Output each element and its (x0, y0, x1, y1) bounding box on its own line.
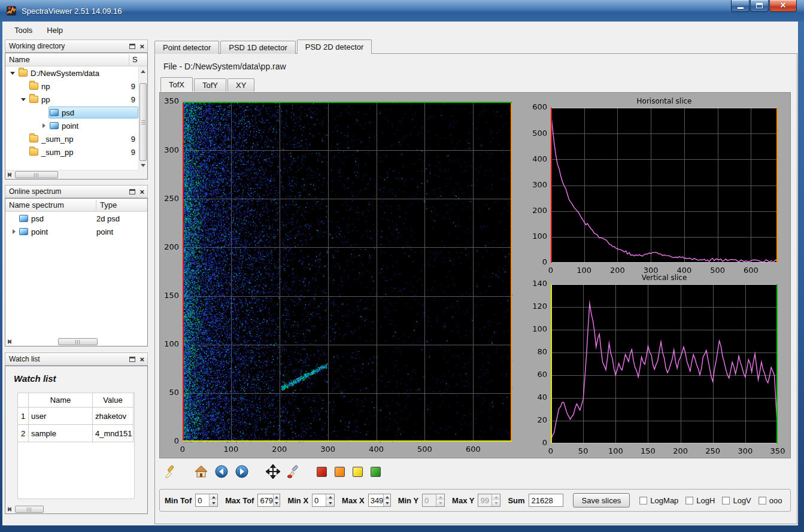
spin-up-button (492, 494, 500, 500)
minimize-button[interactable] (731, 0, 750, 12)
watch-list-panel-header[interactable]: Watch list × (5, 352, 148, 366)
tofx-map-and-slices-canvas[interactable] (160, 93, 790, 458)
red-slice-swatch[interactable] (317, 467, 327, 477)
min-x-label: Min X (287, 496, 308, 505)
spin-up-button[interactable] (210, 494, 217, 500)
tree-item-np[interactable]: np 9 (5, 80, 138, 93)
float-panel-icon[interactable] (129, 44, 135, 49)
spin-down-button (492, 500, 500, 506)
expander-closed-icon[interactable] (39, 123, 48, 128)
working-directory-tree: Name S D:/NewSystem/data np 9 pp 9 (5, 53, 148, 180)
tree-item-point[interactable]: point (5, 119, 138, 132)
column-name[interactable]: Name (5, 55, 129, 64)
logv-checkbox[interactable]: LogV (722, 496, 751, 505)
subtab-tofx[interactable]: TofX (160, 77, 193, 92)
float-panel-icon[interactable] (129, 357, 135, 362)
column-size[interactable]: S (129, 55, 147, 64)
yellow-slice-swatch[interactable] (353, 467, 363, 477)
table-cell-name[interactable]: user (29, 408, 93, 425)
scroll-right-button[interactable] (5, 171, 14, 179)
menu-help[interactable]: Help (40, 23, 70, 38)
online-spectrum-panel-header[interactable]: Online spectrum × (5, 185, 148, 198)
float-panel-icon[interactable] (129, 189, 135, 194)
expander-open-icon[interactable] (8, 69, 17, 77)
scrollbar-thumb[interactable] (15, 506, 44, 513)
scroll-down-button[interactable] (139, 161, 147, 170)
ooo-checkbox[interactable]: ooo (759, 496, 782, 505)
subtab-xy[interactable]: XY (227, 78, 254, 92)
green-slice-swatch[interactable] (371, 467, 381, 477)
panel-title: Watch list (9, 355, 129, 363)
spectrum-item-psd[interactable]: psd 2d psd (5, 212, 147, 225)
close-panel-icon[interactable]: × (139, 42, 144, 50)
table-cell-name[interactable]: sample (29, 425, 93, 442)
scroll-right-button[interactable] (5, 505, 14, 513)
pan-button[interactable] (265, 464, 281, 479)
table-header-value: Value (93, 393, 134, 408)
tree-column-header[interactable]: Name S (5, 53, 147, 66)
spectrum-rows: psd 2d psd point point (5, 212, 147, 337)
table-cell-value[interactable]: zhaketov (93, 408, 134, 425)
tree-item-label: psd (62, 108, 74, 117)
window-title: SpectraViewer 2.51 14.09.16 (22, 7, 122, 16)
orange-slice-swatch[interactable] (335, 467, 345, 477)
spin-down-button[interactable] (274, 500, 280, 506)
list-column-header[interactable]: Name spectrum Type (5, 199, 147, 212)
clear-plot-button[interactable] (162, 464, 178, 479)
expander-open-icon[interactable] (19, 95, 28, 104)
tree-item-psd[interactable]: psd (5, 106, 138, 119)
menu-tools[interactable]: Tools (7, 23, 40, 38)
scroll-up-button[interactable] (139, 66, 147, 75)
scrollbar-thumb[interactable] (58, 338, 98, 345)
table-row-index: 1 (18, 408, 29, 425)
close-panel-icon[interactable]: × (139, 188, 144, 196)
table-cell-value[interactable]: 4_mnd151 (93, 425, 134, 442)
max-x-spinbox[interactable]: 349 (368, 494, 391, 507)
tab-psd-2d-detector[interactable]: PSD 2D detector (297, 39, 372, 54)
sum-field[interactable]: 21628 (529, 494, 563, 507)
tab-point-detector[interactable]: Point detector (154, 41, 219, 54)
spin-up-button[interactable] (326, 494, 334, 500)
column-type[interactable]: Type (96, 200, 117, 209)
paint-slices-button[interactable] (286, 464, 301, 479)
min-tof-spinbox[interactable]: 0 (195, 494, 218, 507)
tree-item-pp[interactable]: pp 9 (5, 93, 138, 106)
column-name-spectrum[interactable]: Name spectrum (5, 200, 96, 209)
forward-button[interactable] (234, 464, 250, 479)
home-button[interactable] (193, 464, 209, 479)
spin-up-button (436, 494, 444, 500)
expander-closed-icon[interactable] (9, 229, 19, 234)
scrollbar-thumb[interactable] (139, 83, 147, 161)
checkbox-box (759, 497, 766, 504)
view-subtabs: TofX TofY XY (160, 78, 256, 92)
spectrum-item-point[interactable]: point point (5, 225, 147, 238)
save-slices-button[interactable]: Save slices (573, 493, 630, 507)
spin-up-button[interactable] (274, 494, 280, 500)
working-directory-panel-header[interactable]: Working directory × (5, 39, 148, 53)
scrollbar-thumb[interactable] (15, 171, 58, 178)
tree-item-sum-np[interactable]: _sum_np 9 (5, 132, 138, 145)
vertical-scrollbar[interactable] (138, 66, 147, 170)
scroll-right-button[interactable] (5, 338, 14, 346)
spin-down-button[interactable] (384, 500, 390, 506)
spin-down-button[interactable] (210, 500, 217, 506)
close-panel-icon[interactable]: × (139, 355, 144, 363)
logh-checkbox[interactable]: LogH (685, 496, 715, 505)
back-button[interactable] (214, 464, 229, 479)
title-bar[interactable]: SpectraViewer 2.51 14.09.16 × (0, 0, 804, 22)
logmap-checkbox[interactable]: LogMap (639, 496, 678, 505)
tab-psd-1d-detector[interactable]: PSD 1D detector (220, 41, 296, 54)
maximize-button[interactable] (750, 0, 769, 12)
max-y-spinbox: 99 (478, 494, 500, 507)
max-tof-spinbox[interactable]: 679 (257, 494, 280, 507)
close-button[interactable]: × (769, 0, 797, 12)
subtab-tofy[interactable]: TofY (194, 78, 226, 92)
tree-item-data-root[interactable]: D:/NewSystem/data (5, 66, 138, 80)
horizontal-scrollbar[interactable] (5, 170, 138, 179)
spin-down-button[interactable] (326, 500, 334, 506)
tree-item-sum-pp[interactable]: _sum_pp 9 (5, 145, 138, 159)
min-x-spinbox[interactable]: 0 (312, 494, 335, 507)
arrow-right-circle-icon (235, 464, 249, 479)
arrow-right-icon (8, 339, 13, 344)
spin-up-button[interactable] (384, 494, 390, 500)
